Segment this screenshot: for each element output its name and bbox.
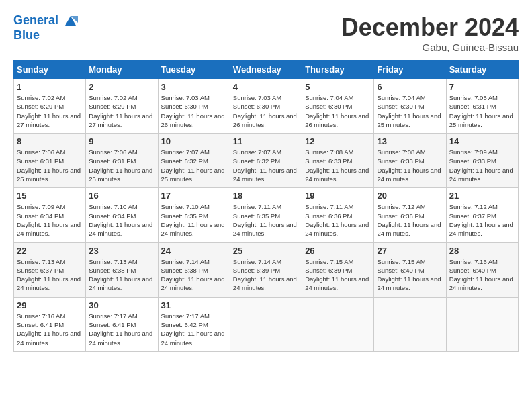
day-info: Sunrise: 7:14 AMSunset: 6:38 PMDaylight:… [161, 258, 225, 292]
day-info: Sunrise: 7:14 AMSunset: 6:39 PMDaylight:… [233, 258, 297, 292]
calendar-cell: 30Sunrise: 7:17 AMSunset: 6:41 PMDayligh… [86, 297, 158, 351]
page-header: General Blue December 2024 Gabu, Guinea-… [13, 13, 519, 53]
col-friday: Friday [374, 60, 446, 79]
day-number: 4 [233, 82, 299, 92]
day-number: 13 [377, 136, 443, 146]
calendar-cell [302, 297, 374, 351]
day-number: 1 [17, 82, 83, 92]
calendar-cell: 3Sunrise: 7:03 AMSunset: 6:30 PMDaylight… [158, 79, 230, 134]
day-number: 7 [449, 82, 515, 92]
day-number: 12 [305, 136, 371, 146]
calendar-table: Sunday Monday Tuesday Wednesday Thursday… [13, 60, 519, 352]
day-info: Sunrise: 7:08 AMSunset: 6:33 PMDaylight:… [305, 148, 369, 183]
day-number: 20 [377, 191, 443, 201]
day-info: Sunrise: 7:12 AMSunset: 6:36 PMDaylight:… [377, 203, 441, 237]
calendar-cell: 2Sunrise: 7:02 AMSunset: 6:29 PMDaylight… [86, 79, 158, 134]
day-info: Sunrise: 7:07 AMSunset: 6:32 PMDaylight:… [161, 148, 225, 183]
calendar-header-row: Sunday Monday Tuesday Wednesday Thursday… [14, 60, 519, 79]
day-info: Sunrise: 7:10 AMSunset: 6:34 PMDaylight:… [89, 203, 152, 237]
day-info: Sunrise: 7:03 AMSunset: 6:30 PMDaylight:… [161, 94, 225, 128]
calendar-cell: 16Sunrise: 7:10 AMSunset: 6:34 PMDayligh… [86, 188, 158, 242]
day-number: 6 [377, 82, 443, 92]
calendar-week-row: 15Sunrise: 7:09 AMSunset: 6:34 PMDayligh… [14, 188, 519, 242]
day-info: Sunrise: 7:09 AMSunset: 6:33 PMDaylight:… [449, 148, 513, 183]
calendar-cell: 20Sunrise: 7:12 AMSunset: 6:36 PMDayligh… [374, 188, 446, 242]
day-number: 10 [161, 136, 227, 146]
calendar-cell: 10Sunrise: 7:07 AMSunset: 6:32 PMDayligh… [158, 134, 230, 188]
day-info: Sunrise: 7:07 AMSunset: 6:32 PMDaylight:… [233, 148, 297, 183]
calendar-cell: 18Sunrise: 7:11 AMSunset: 6:35 PMDayligh… [230, 188, 302, 242]
calendar-cell: 27Sunrise: 7:15 AMSunset: 6:40 PMDayligh… [374, 242, 446, 297]
calendar-week-row: 8Sunrise: 7:06 AMSunset: 6:31 PMDaylight… [14, 134, 519, 188]
calendar-cell: 7Sunrise: 7:05 AMSunset: 6:31 PMDaylight… [446, 79, 518, 134]
day-info: Sunrise: 7:11 AMSunset: 6:35 PMDaylight:… [233, 203, 297, 237]
col-monday: Monday [86, 60, 158, 79]
day-number: 15 [17, 191, 83, 201]
day-info: Sunrise: 7:13 AMSunset: 6:37 PMDaylight:… [17, 258, 81, 292]
calendar-cell: 6Sunrise: 7:04 AMSunset: 6:30 PMDaylight… [374, 79, 446, 134]
logo-blue: Blue [13, 28, 78, 42]
calendar-cell: 14Sunrise: 7:09 AMSunset: 6:33 PMDayligh… [446, 134, 518, 188]
calendar-cell: 29Sunrise: 7:16 AMSunset: 6:41 PMDayligh… [14, 297, 86, 351]
calendar-cell: 31Sunrise: 7:17 AMSunset: 6:42 PMDayligh… [158, 297, 230, 351]
day-number: 8 [17, 136, 83, 146]
calendar-cell: 4Sunrise: 7:03 AMSunset: 6:30 PMDaylight… [230, 79, 302, 134]
col-saturday: Saturday [446, 60, 518, 79]
calendar-cell [374, 297, 446, 351]
calendar-cell [446, 297, 518, 351]
day-number: 9 [89, 136, 154, 146]
col-wednesday: Wednesday [230, 60, 302, 79]
day-number: 31 [161, 300, 227, 310]
day-info: Sunrise: 7:15 AMSunset: 6:39 PMDaylight:… [305, 258, 369, 292]
calendar-cell: 13Sunrise: 7:08 AMSunset: 6:33 PMDayligh… [374, 134, 446, 188]
day-number: 18 [233, 191, 299, 201]
day-info: Sunrise: 7:04 AMSunset: 6:30 PMDaylight:… [377, 94, 441, 128]
location: Gabu, Guinea-Bissau [341, 42, 519, 53]
logo-text: General [13, 13, 78, 28]
calendar-cell: 1Sunrise: 7:02 AMSunset: 6:29 PMDaylight… [14, 79, 86, 134]
calendar-cell: 11Sunrise: 7:07 AMSunset: 6:32 PMDayligh… [230, 134, 302, 188]
calendar-cell: 5Sunrise: 7:04 AMSunset: 6:30 PMDaylight… [302, 79, 374, 134]
calendar-week-row: 1Sunrise: 7:02 AMSunset: 6:29 PMDaylight… [14, 79, 519, 134]
day-number: 25 [233, 246, 299, 256]
day-info: Sunrise: 7:16 AMSunset: 6:40 PMDaylight:… [449, 258, 513, 292]
calendar-cell: 12Sunrise: 7:08 AMSunset: 6:33 PMDayligh… [302, 134, 374, 188]
day-info: Sunrise: 7:08 AMSunset: 6:33 PMDaylight:… [377, 148, 441, 183]
day-number: 19 [305, 191, 371, 201]
day-info: Sunrise: 7:04 AMSunset: 6:30 PMDaylight:… [305, 94, 369, 128]
day-info: Sunrise: 7:10 AMSunset: 6:35 PMDaylight:… [161, 203, 225, 237]
day-number: 2 [89, 82, 154, 92]
day-number: 3 [161, 82, 227, 92]
day-number: 17 [161, 191, 227, 201]
day-number: 29 [17, 300, 83, 310]
day-number: 23 [89, 246, 154, 256]
day-info: Sunrise: 7:02 AMSunset: 6:29 PMDaylight:… [17, 94, 81, 128]
calendar-week-row: 29Sunrise: 7:16 AMSunset: 6:41 PMDayligh… [14, 297, 519, 351]
calendar-cell: 8Sunrise: 7:06 AMSunset: 6:31 PMDaylight… [14, 134, 86, 188]
day-number: 28 [449, 246, 515, 256]
day-number: 24 [161, 246, 227, 256]
day-info: Sunrise: 7:05 AMSunset: 6:31 PMDaylight:… [449, 94, 513, 128]
month-title: December 2024 [341, 13, 519, 42]
day-info: Sunrise: 7:03 AMSunset: 6:30 PMDaylight:… [233, 94, 297, 128]
day-number: 14 [449, 136, 515, 146]
calendar-week-row: 22Sunrise: 7:13 AMSunset: 6:37 PMDayligh… [14, 242, 519, 297]
day-info: Sunrise: 7:06 AMSunset: 6:31 PMDaylight:… [17, 148, 81, 183]
logo: General Blue [13, 13, 78, 42]
calendar-cell [230, 297, 302, 351]
day-number: 21 [449, 191, 515, 201]
calendar-cell: 21Sunrise: 7:12 AMSunset: 6:37 PMDayligh… [446, 188, 518, 242]
calendar-cell: 19Sunrise: 7:11 AMSunset: 6:36 PMDayligh… [302, 188, 374, 242]
calendar-cell: 17Sunrise: 7:10 AMSunset: 6:35 PMDayligh… [158, 188, 230, 242]
calendar-cell: 9Sunrise: 7:06 AMSunset: 6:31 PMDaylight… [86, 134, 158, 188]
calendar-cell: 22Sunrise: 7:13 AMSunset: 6:37 PMDayligh… [14, 242, 86, 297]
calendar-cell: 28Sunrise: 7:16 AMSunset: 6:40 PMDayligh… [446, 242, 518, 297]
day-info: Sunrise: 7:12 AMSunset: 6:37 PMDaylight:… [449, 203, 513, 237]
day-info: Sunrise: 7:11 AMSunset: 6:36 PMDaylight:… [305, 203, 369, 237]
day-info: Sunrise: 7:15 AMSunset: 6:40 PMDaylight:… [377, 258, 441, 292]
col-tuesday: Tuesday [158, 60, 230, 79]
col-sunday: Sunday [14, 60, 86, 79]
day-number: 27 [377, 246, 443, 256]
day-info: Sunrise: 7:06 AMSunset: 6:31 PMDaylight:… [89, 148, 152, 183]
day-info: Sunrise: 7:09 AMSunset: 6:34 PMDaylight:… [17, 203, 81, 237]
